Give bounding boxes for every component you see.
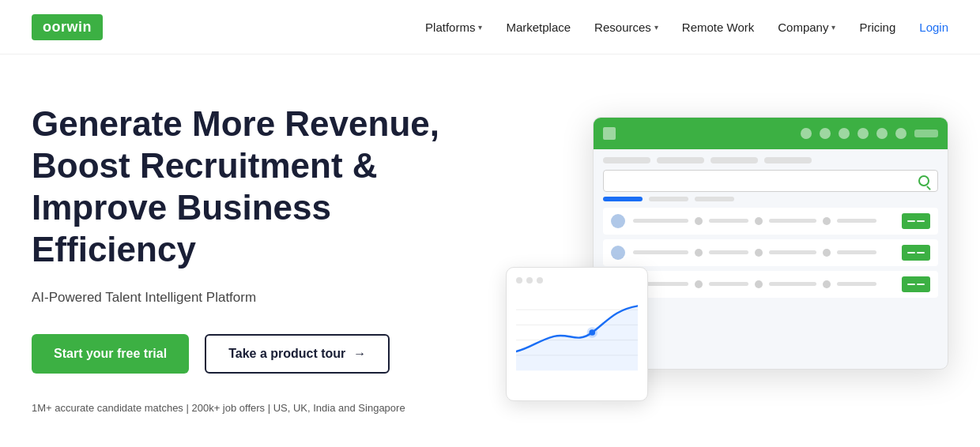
- nav-login[interactable]: Login: [919, 21, 948, 34]
- main-content: Generate More Revenue, Boost Recruitment…: [0, 54, 980, 447]
- hero-illustration: [506, 117, 948, 401]
- dot-separator: [755, 217, 763, 225]
- chart-window: [506, 267, 648, 401]
- app-topbar: [594, 118, 948, 149]
- user-icon: [839, 128, 850, 139]
- nav: Platforms ▾ Marketplace Resources ▾ Remo…: [425, 21, 948, 34]
- dot-separator: [755, 280, 763, 288]
- row-action-button[interactable]: [902, 276, 930, 292]
- row-content: [633, 249, 894, 257]
- cta-buttons: Start your free trial Take a product tou…: [32, 334, 443, 374]
- dot-separator: [823, 280, 831, 288]
- dot-separator: [695, 249, 703, 257]
- tab-active: [603, 197, 643, 201]
- svg-point-5: [587, 327, 597, 337]
- filter-bar: [603, 157, 650, 163]
- filter-bar: [710, 157, 758, 163]
- chevron-down-icon: ▾: [654, 23, 658, 32]
- action-line: [907, 220, 915, 222]
- name-bar: [633, 250, 688, 254]
- info-bar: [769, 250, 816, 254]
- tab-item: [695, 197, 734, 201]
- table-row: [603, 208, 938, 235]
- stats-bar: 1M+ accurate candidate matches | 200k+ j…: [32, 402, 443, 414]
- dot-separator: [823, 249, 831, 257]
- chart-dot: [526, 277, 533, 284]
- filter-bar: [657, 157, 704, 163]
- grid-icon: [858, 128, 869, 139]
- dot-separator: [695, 280, 703, 288]
- action-line: [917, 220, 925, 222]
- chevron-down-icon: ▾: [831, 23, 835, 32]
- tab-bar: [603, 197, 938, 201]
- info-bar: [769, 282, 816, 286]
- avatar: [611, 214, 625, 228]
- filter-row: [603, 157, 938, 163]
- table-row: [603, 271, 938, 298]
- info-bar: [769, 219, 816, 223]
- nav-marketplace[interactable]: Marketplace: [506, 21, 571, 34]
- table-row: [603, 239, 938, 266]
- info-bar: [837, 250, 876, 254]
- info-bar: [837, 219, 876, 223]
- add-icon: [820, 128, 831, 139]
- name-bar: [633, 219, 688, 223]
- menu-icon: [603, 127, 616, 140]
- row-action-button[interactable]: [902, 213, 930, 229]
- product-tour-button[interactable]: Take a product tour →: [205, 334, 390, 374]
- avatar: [611, 246, 625, 260]
- chevron-down-icon: ▾: [478, 23, 482, 32]
- topbar-bar: [914, 130, 938, 137]
- search-icon: [801, 128, 812, 139]
- info-bar: [837, 282, 876, 286]
- search-bar[interactable]: [603, 170, 938, 192]
- filter-bar: [764, 157, 812, 163]
- nav-resources[interactable]: Resources ▾: [594, 21, 658, 34]
- info-bar: [709, 282, 748, 286]
- topbar-icons-right: [801, 128, 938, 139]
- logo[interactable]: oorwin: [32, 14, 103, 40]
- row-content: [633, 280, 894, 288]
- dot-separator: [755, 249, 763, 257]
- settings-icon: [876, 128, 888, 139]
- nav-remote-work[interactable]: Remote Work: [682, 21, 754, 34]
- search-icon: [918, 175, 929, 186]
- nav-pricing[interactable]: Pricing: [859, 21, 895, 34]
- row-content: [633, 217, 894, 225]
- hero-subtitle: AI-Powered Talent Intelligent Platform: [32, 290, 443, 306]
- nav-platforms[interactable]: Platforms ▾: [425, 21, 482, 34]
- row-action-button[interactable]: [902, 245, 930, 261]
- tab-item: [649, 197, 688, 201]
- hero-title: Generate More Revenue, Boost Recruitment…: [32, 103, 443, 270]
- chart-topbar: [516, 277, 638, 284]
- start-trial-button[interactable]: Start your free trial: [32, 334, 189, 374]
- action-line: [917, 284, 925, 285]
- action-line: [907, 284, 915, 285]
- chart-dot: [516, 277, 522, 284]
- hero-left: Generate More Revenue, Boost Recruitment…: [32, 103, 443, 413]
- action-line: [917, 252, 925, 254]
- header: oorwin Platforms ▾ Marketplace Resources…: [0, 0, 980, 54]
- chart-dot: [537, 277, 543, 284]
- info-bar: [709, 250, 748, 254]
- action-line: [907, 252, 915, 254]
- dot-separator: [823, 217, 831, 225]
- profile-icon: [895, 128, 906, 139]
- arrow-icon: →: [353, 347, 366, 361]
- info-bar: [709, 219, 748, 223]
- dot-separator: [695, 217, 703, 225]
- nav-company[interactable]: Company ▾: [778, 21, 835, 34]
- line-chart: [516, 293, 638, 372]
